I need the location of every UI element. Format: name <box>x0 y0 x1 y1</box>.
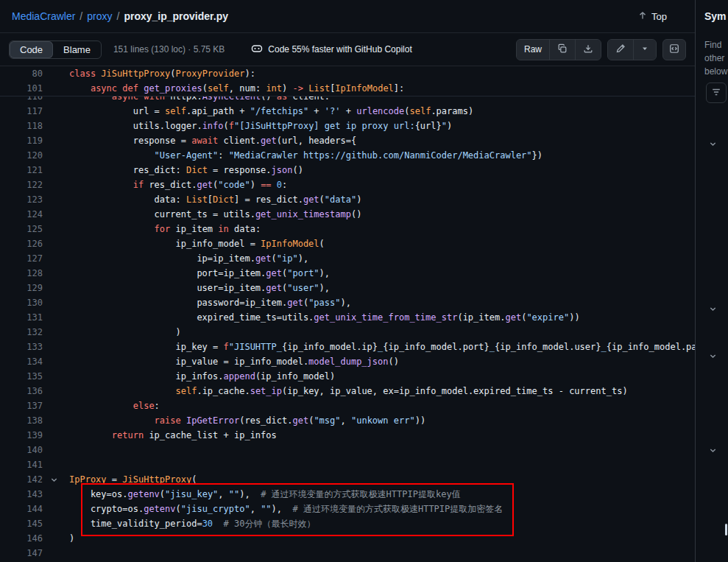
line-number[interactable]: 124 <box>0 207 47 222</box>
copilot-text: Code 55% faster with GitHub Copilot <box>268 44 411 55</box>
line-number[interactable]: 80 <box>0 66 47 81</box>
code-text: ip_value = ip_info_model.model_dump_json… <box>60 354 399 369</box>
line-number[interactable]: 134 <box>0 354 47 369</box>
breadcrumb-separator: / <box>79 10 82 22</box>
fold-spacer <box>47 310 60 325</box>
edit-file-button[interactable] <box>608 40 634 60</box>
line-number[interactable]: 133 <box>0 340 47 354</box>
code-text <box>60 443 69 457</box>
line-number[interactable]: 129 <box>0 281 47 295</box>
line-number[interactable]: 144 <box>0 502 47 516</box>
code-text: for ip_item in data: <box>60 222 261 236</box>
line-number[interactable]: 142 <box>0 472 47 487</box>
fold-spacer <box>47 163 60 178</box>
code-text: res_dict: Dict = response.json() <box>60 163 303 178</box>
back-to-top-button[interactable]: Top <box>633 10 671 24</box>
copy-raw-button[interactable] <box>550 40 576 60</box>
raw-copy-download-group: Raw <box>516 39 601 60</box>
download-button[interactable] <box>576 40 601 60</box>
symbols-filter-button[interactable] <box>706 82 727 103</box>
code-line: 123 data: List[Dict] = res_dict.get("dat… <box>0 192 695 207</box>
code-line: 119 response = await client.get(url, hea… <box>0 133 695 148</box>
breadcrumb-repo-link[interactable]: MediaCrawler <box>12 10 75 22</box>
copilot-banner[interactable]: Code 55% faster with GitHub Copilot <box>251 43 411 57</box>
arrow-up-icon <box>637 10 648 23</box>
code-text: raise IpGetError(res_dict.get("msg", "un… <box>60 413 425 428</box>
fold-spacer <box>47 413 60 428</box>
fold-spacer <box>47 546 60 561</box>
code-text: data: List[Dict] = res_dict.get("data") <box>60 192 361 207</box>
code-line: 137 else: <box>0 398 695 413</box>
code-text: response = await client.get(url, headers… <box>60 133 356 148</box>
fold-chevron-icon[interactable] <box>47 472 60 487</box>
line-number[interactable]: 101 <box>0 81 47 96</box>
line-number[interactable]: 130 <box>0 295 47 310</box>
line-number[interactable]: 140 <box>0 443 47 457</box>
fold-spacer <box>47 295 60 310</box>
line-number[interactable]: 135 <box>0 369 47 384</box>
line-number[interactable]: 137 <box>0 398 47 413</box>
code-text: ip_info_model = IpInfoModel( <box>60 236 325 251</box>
code-text: else: <box>60 398 160 413</box>
line-number[interactable]: 122 <box>0 178 47 192</box>
line-number[interactable]: 136 <box>0 384 47 398</box>
raw-button[interactable]: Raw <box>517 40 550 60</box>
line-number[interactable]: 127 <box>0 251 47 266</box>
line-number[interactable]: 119 <box>0 133 47 148</box>
line-number[interactable]: 146 <box>0 531 47 546</box>
code-line: 146) <box>0 531 695 546</box>
code-line: 140 <box>0 443 695 457</box>
chevron-down-icon[interactable] <box>709 444 717 453</box>
line-number[interactable]: 139 <box>0 428 47 443</box>
fold-spacer <box>47 487 60 502</box>
breadcrumb: MediaCrawler / proxy / proxy_ip_provider… <box>0 0 695 32</box>
edit-group <box>607 39 657 60</box>
fold-spacer <box>47 148 60 163</box>
line-number[interactable]: 125 <box>0 222 47 236</box>
code-line: 125 for ip_item in data: <box>0 222 695 236</box>
tab-blame[interactable]: Blame <box>53 41 101 58</box>
line-number[interactable]: 131 <box>0 310 47 325</box>
code-text: expired_time_ts=utils.get_unix_time_from… <box>60 310 580 325</box>
code-line: 101 async def get_proxies(self, num: int… <box>0 81 695 96</box>
code-blame-switch: Code Blame <box>9 41 102 59</box>
line-number[interactable]: 145 <box>0 516 47 531</box>
symbols-panel-toggle-button[interactable] <box>662 39 686 60</box>
line-number[interactable]: 117 <box>0 104 47 119</box>
code-text: url = self.api_path + "/fetchips" + '?' … <box>60 104 473 119</box>
tab-code[interactable]: Code <box>10 41 53 58</box>
code-line: 138 raise IpGetError(res_dict.get("msg",… <box>0 413 695 428</box>
chevron-down-icon[interactable] <box>709 303 717 312</box>
fold-spacer <box>47 443 60 457</box>
chevron-down-icon[interactable] <box>709 350 717 359</box>
line-number[interactable]: 126 <box>0 236 47 251</box>
fold-spacer <box>47 502 60 516</box>
line-number[interactable]: 138 <box>0 413 47 428</box>
fold-spacer <box>47 222 60 236</box>
code-text: if res_dict.get("code") == 0: <box>60 178 287 192</box>
line-number[interactable]: 123 <box>0 192 47 207</box>
breadcrumb-folder-link[interactable]: proxy <box>87 10 112 22</box>
code-line: 145 time_validity_period=30 # 30分钟（最长时效） <box>0 516 695 531</box>
line-number[interactable]: 120 <box>0 148 47 163</box>
line-number[interactable]: 118 <box>0 119 47 133</box>
symbols-panel-description: Findotherbelow <box>704 38 727 78</box>
code-text: crypto=os.getenv("jisu_crypto", ""), # 通… <box>60 502 503 516</box>
line-number[interactable]: 141 <box>0 457 47 472</box>
fold-spacer <box>47 119 60 133</box>
scrollbar-thumb[interactable] <box>725 524 727 535</box>
chevron-down-icon[interactable] <box>709 138 717 147</box>
copilot-icon <box>251 43 263 57</box>
line-number[interactable]: 132 <box>0 325 47 340</box>
line-number[interactable]: 143 <box>0 487 47 502</box>
line-number[interactable]: 128 <box>0 266 47 281</box>
code-text: ip_key = f"JISUHTTP_{ip_info_model.ip}_{… <box>60 340 695 354</box>
fold-spacer <box>47 236 60 251</box>
fold-spacer <box>47 384 60 398</box>
code-line: 126 ip_info_model = IpInfoModel( <box>0 236 695 251</box>
line-number[interactable]: 121 <box>0 163 47 178</box>
edit-dropdown-button[interactable] <box>634 40 656 60</box>
code-line: 143 key=os.getenv("jisu_key", ""), # 通过环… <box>0 487 695 502</box>
line-number[interactable]: 147 <box>0 546 47 561</box>
code-line: 80class JiSuHttpProxy(ProxyProvider): <box>0 66 695 81</box>
